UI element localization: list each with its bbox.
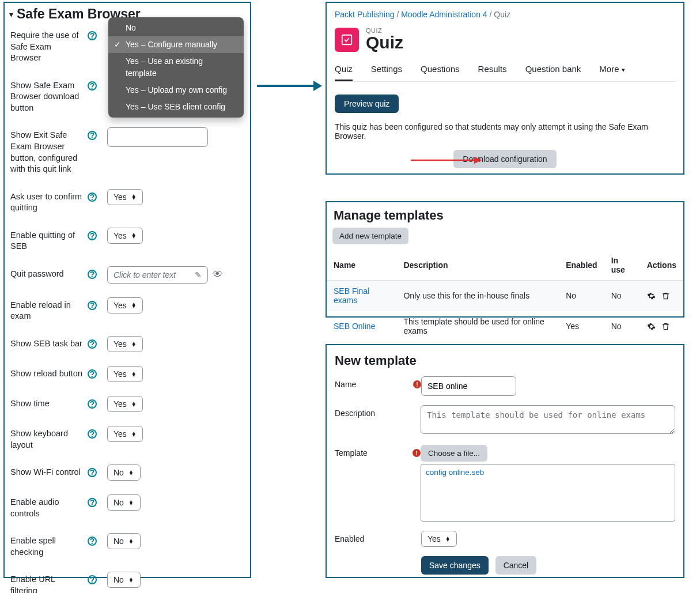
row-reload-button: Show reload button ? Yes ▲▼	[5, 366, 250, 382]
caret-icon: ▲▼	[128, 577, 134, 583]
row-nt-desc: Description This template should be used…	[335, 405, 675, 436]
select-wifi[interactable]: No ▲▼	[107, 464, 141, 481]
dropdown-option[interactable]: Yes – Use SEB client config	[108, 99, 244, 115]
row-keyboard: Show keyboard layout ? Yes ▲▼	[5, 426, 250, 451]
row-enable-quitting: Enable quitting of SEB ? Yes ▲▼	[5, 228, 250, 252]
help-icon[interactable]: ?	[88, 192, 97, 202]
breadcrumb: Packt Publishing / Moodle Administration…	[335, 10, 675, 19]
breadcrumb-link[interactable]: Packt Publishing	[335, 10, 395, 19]
template-inuse: No	[604, 281, 640, 311]
col-enabled: Enabled	[559, 250, 604, 281]
label-confirm-quitting: Ask user to confirm quitting	[10, 191, 84, 214]
save-changes-button[interactable]: Save changes	[421, 556, 489, 575]
row-nt-actions: Save changes Cancel	[335, 556, 675, 575]
eye-icon[interactable]: 👁	[213, 269, 223, 281]
tab-more[interactable]: More▾	[599, 64, 625, 81]
dropdown-option-selected[interactable]: Yes – Configure manually	[108, 36, 244, 53]
chevron-down-icon: ▾	[9, 10, 13, 19]
label-nt-enabled: Enabled	[335, 534, 364, 543]
tabs: Quiz Settings Questions Results Question…	[335, 64, 675, 82]
gear-icon[interactable]	[647, 292, 656, 300]
template-enabled: Yes	[559, 311, 604, 342]
help-icon[interactable]: ?	[88, 537, 97, 546]
row-nt-name: Name !	[335, 376, 675, 396]
help-icon[interactable]: ?	[88, 31, 97, 40]
row-wifi: Show Wi-Fi control ? No ▲▼	[5, 464, 250, 481]
preview-quiz-button[interactable]: Preview quiz	[335, 95, 399, 113]
trash-icon[interactable]	[661, 322, 670, 331]
col-description: Description	[396, 250, 559, 281]
col-name: Name	[327, 250, 396, 281]
gear-icon[interactable]	[647, 322, 656, 331]
help-icon[interactable]: ?	[88, 339, 97, 349]
dropdown-option[interactable]: Yes – Use an existing template	[108, 53, 244, 82]
template-desc: This template should be used for online …	[396, 311, 559, 342]
trash-icon[interactable]	[661, 292, 670, 300]
row-nt-enabled: Enabled Yes ▲▼	[335, 531, 675, 547]
help-icon[interactable]: ?	[88, 468, 97, 477]
arrow-right-icon	[256, 77, 322, 95]
select-enable-reload[interactable]: Yes ▲▼	[107, 297, 143, 314]
label-nt-name: Name	[335, 380, 356, 389]
template-name-link[interactable]: SEB Online	[334, 322, 375, 331]
select-reload-button[interactable]: Yes ▲▼	[107, 366, 143, 382]
template-inuse: No	[604, 311, 640, 342]
select-keyboard[interactable]: Yes ▲▼	[107, 426, 143, 442]
tab-question-bank[interactable]: Question bank	[525, 64, 581, 81]
tab-questions[interactable]: Questions	[421, 64, 460, 81]
dropdown-option[interactable]: No	[108, 20, 244, 36]
row-url-filter: Enable URL filtering ? No ▲▼	[5, 572, 250, 593]
help-icon[interactable]: ?	[88, 301, 97, 310]
exit-link-input[interactable]	[107, 127, 208, 147]
help-icon[interactable]: ?	[88, 369, 97, 379]
label-enable-quitting: Enable quitting of SEB	[10, 230, 84, 252]
help-icon[interactable]: ?	[88, 81, 97, 90]
label-nt-template: Template	[335, 448, 368, 458]
select-url-filter[interactable]: No ▲▼	[107, 572, 141, 588]
help-icon[interactable]: ?	[88, 131, 97, 140]
svg-marker-4	[474, 157, 482, 164]
select-taskbar[interactable]: Yes ▲▼	[107, 336, 143, 352]
cancel-button[interactable]: Cancel	[495, 556, 537, 575]
row-nt-template: Template ! Choose a file... config onlin…	[335, 445, 675, 522]
file-drop-area[interactable]: config online.seb	[421, 464, 675, 522]
arrow-right-icon	[410, 154, 482, 166]
nt-desc-textarea[interactable]: This template should be used for online …	[421, 405, 675, 434]
select-enable-quitting[interactable]: Yes ▲▼	[107, 228, 143, 244]
help-icon[interactable]: ?	[88, 498, 97, 507]
caret-icon: ▲▼	[131, 372, 137, 377]
label-wifi: Show Wi-Fi control	[10, 467, 84, 478]
tab-settings[interactable]: Settings	[371, 64, 402, 81]
help-icon[interactable]: ?	[88, 231, 97, 240]
help-icon[interactable]: ?	[88, 429, 97, 439]
select-spell[interactable]: No ▲▼	[107, 533, 141, 549]
row-confirm-quitting: Ask user to confirm quitting ? Yes ▲▼	[5, 189, 250, 214]
breadcrumb-current: Quiz	[494, 10, 510, 19]
choose-file-button[interactable]: Choose a file...	[421, 445, 487, 462]
file-link[interactable]: config online.seb	[426, 468, 484, 477]
label-show-time: Show time	[10, 398, 84, 410]
breadcrumb-link[interactable]: Moodle Administration 4	[401, 10, 487, 19]
nt-name-input[interactable]	[421, 376, 516, 396]
dropdown-option[interactable]: Yes – Upload my own config	[108, 82, 244, 99]
label-download-button: Show Safe Exam Browser download button	[10, 80, 84, 114]
caret-icon: ▲▼	[445, 537, 451, 542]
tab-quiz[interactable]: Quiz	[335, 64, 353, 81]
select-nt-enabled[interactable]: Yes ▲▼	[421, 531, 457, 547]
help-icon[interactable]: ?	[88, 399, 97, 409]
require-seb-dropdown[interactable]: No Yes – Configure manually Yes – Use an…	[108, 17, 244, 118]
tab-results[interactable]: Results	[478, 64, 507, 81]
template-name-link[interactable]: SEB Final exams	[334, 286, 369, 305]
new-template-panel: New template Name ! Description This tem…	[326, 344, 684, 578]
table-row: SEB Final exams Only use this for the in…	[327, 281, 683, 311]
help-icon[interactable]: ?	[88, 270, 97, 279]
select-audio[interactable]: No ▲▼	[107, 494, 141, 511]
caret-icon: ▲▼	[128, 500, 134, 505]
label-spell: Enable spell checking	[10, 535, 84, 558]
add-new-template-button[interactable]: Add new template	[332, 228, 408, 244]
svg-rect-2	[342, 35, 352, 45]
help-icon[interactable]: ?	[88, 575, 97, 584]
select-confirm-quitting[interactable]: Yes ▲▼	[107, 189, 143, 205]
quit-password-input[interactable]: Click to enter text ✎	[107, 266, 208, 284]
select-show-time[interactable]: Yes ▲▼	[107, 396, 143, 412]
